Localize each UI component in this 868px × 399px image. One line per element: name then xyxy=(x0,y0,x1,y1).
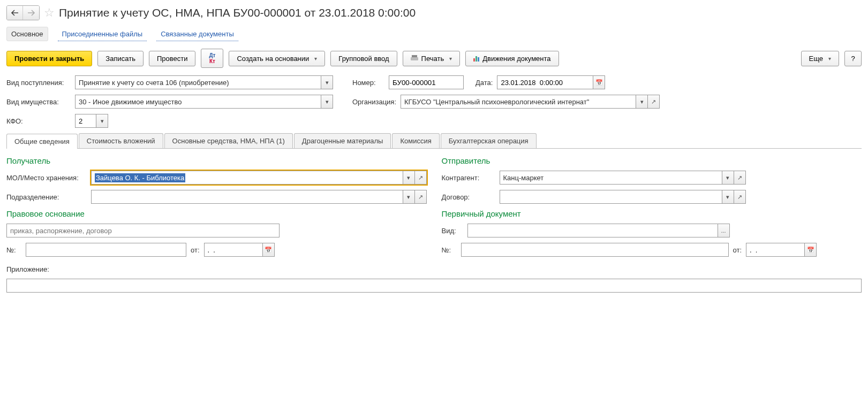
org-open-icon[interactable]: ↗ xyxy=(648,95,660,109)
kfo-field[interactable] xyxy=(75,114,96,128)
doc-kind-label: Вид: xyxy=(442,227,463,235)
tab-assets[interactable]: Основные средства, НМА, НПА (1) xyxy=(164,133,293,148)
receipt-type-dropdown-icon[interactable]: ▾ xyxy=(321,75,333,89)
legal-no-label: №: xyxy=(6,246,21,254)
asset-type-field[interactable]: 30 - Иное движимое имущество xyxy=(75,95,321,109)
counterparty-field[interactable]: Канц-маркет xyxy=(500,171,722,185)
tab-cost[interactable]: Стоимость вложений xyxy=(79,133,163,148)
number-field[interactable] xyxy=(389,75,464,89)
doc-no-label: №: xyxy=(442,246,457,254)
dt-kt-button[interactable]: ДтКт xyxy=(201,49,223,68)
section-tab-main[interactable]: Основное xyxy=(6,27,48,41)
org-field[interactable]: КГБУСО "Центральный психоневрологический… xyxy=(401,95,636,109)
post-button[interactable]: Провести xyxy=(149,51,196,66)
printer-icon xyxy=(411,55,418,62)
tab-accounting[interactable]: Бухгалтерская операция xyxy=(441,133,537,148)
star-icon[interactable]: ☆ xyxy=(44,6,55,20)
help-button[interactable]: ? xyxy=(844,51,862,66)
dt-kt-icon: ДтКт xyxy=(209,52,215,64)
create-based-button[interactable]: Создать на основании xyxy=(229,51,325,66)
contract-open-icon[interactable]: ↗ xyxy=(734,190,746,204)
org-label: Организация: xyxy=(352,98,396,106)
nav-back-button[interactable] xyxy=(7,6,23,20)
counterparty-label: Контрагент: xyxy=(442,174,495,182)
kfo-label: КФО: xyxy=(6,117,71,125)
page-title: Принятие к учету ОС, НМА, НПА БУ00-00000… xyxy=(59,6,416,19)
contract-label: Договор: xyxy=(442,193,495,201)
mol-field[interactable]: Зайцева О. К. - Библиотека xyxy=(91,171,403,185)
doc-from-field[interactable] xyxy=(746,243,805,257)
contract-dropdown-icon[interactable]: ▾ xyxy=(722,190,734,204)
more-button[interactable]: Еще xyxy=(801,51,839,66)
doc-from-calendar-icon[interactable]: 📅 xyxy=(805,243,817,257)
counterparty-dropdown-icon[interactable]: ▾ xyxy=(722,171,734,185)
counterparty-open-icon[interactable]: ↗ xyxy=(734,171,746,185)
mol-open-icon[interactable]: ↗ xyxy=(415,171,427,185)
sender-title: Отправитель xyxy=(442,156,862,165)
kfo-dropdown-icon[interactable]: ▾ xyxy=(96,114,108,128)
group-input-button[interactable]: Групповой ввод xyxy=(330,51,397,66)
attachment-label: Приложение: xyxy=(6,265,49,273)
legal-no-field[interactable] xyxy=(26,243,186,257)
legal-basis-field[interactable] xyxy=(6,224,280,237)
attachment-field[interactable] xyxy=(6,279,862,293)
doc-from-label: от: xyxy=(733,246,742,254)
chart-icon xyxy=(473,55,479,62)
dept-field[interactable] xyxy=(91,190,403,204)
mol-label: МОЛ/Место хранения: xyxy=(6,174,87,182)
legal-from-field[interactable] xyxy=(204,243,263,257)
legal-from-label: от: xyxy=(191,246,200,254)
legal-title: Правовое основание xyxy=(6,209,427,218)
movements-button[interactable]: Движения документа xyxy=(465,51,558,66)
tab-commission[interactable]: Комиссия xyxy=(392,133,439,148)
primary-doc-title: Первичный документ xyxy=(442,209,862,218)
section-tab-related[interactable]: Связанные документы xyxy=(156,27,238,41)
legal-from-calendar-icon[interactable]: 📅 xyxy=(263,243,275,257)
org-dropdown-icon[interactable]: ▾ xyxy=(636,95,648,109)
asset-type-label: Вид имущества: xyxy=(6,98,71,106)
mol-dropdown-icon[interactable]: ▾ xyxy=(403,171,415,185)
doc-no-field[interactable] xyxy=(461,243,729,257)
contract-field[interactable] xyxy=(500,190,722,204)
tab-general[interactable]: Общие сведения xyxy=(6,134,78,149)
receipt-type-field[interactable]: Принятие к учету со счета 106 (приобрете… xyxy=(75,75,321,89)
post-and-close-button[interactable]: Провести и закрыть xyxy=(6,51,92,66)
save-button[interactable]: Записать xyxy=(97,51,144,66)
receipt-type-label: Вид поступления: xyxy=(6,79,71,87)
dept-dropdown-icon[interactable]: ▾ xyxy=(403,190,415,204)
section-tab-files[interactable]: Присоединенные файлы xyxy=(58,27,147,41)
tab-precious[interactable]: Драгоценные материалы xyxy=(294,133,391,148)
nav-forward-button[interactable] xyxy=(23,6,39,20)
print-button[interactable]: Печать xyxy=(403,51,461,66)
doc-kind-select-icon[interactable]: ... xyxy=(718,224,730,237)
date-calendar-icon[interactable]: 📅 xyxy=(593,75,605,89)
recipient-title: Получатель xyxy=(6,156,427,165)
asset-type-dropdown-icon[interactable]: ▾ xyxy=(321,95,333,109)
number-label: Номер: xyxy=(352,79,384,87)
date-label: Дата: xyxy=(475,79,493,87)
doc-kind-field[interactable] xyxy=(467,224,718,237)
date-field[interactable] xyxy=(497,75,593,89)
dept-label: Подразделение: xyxy=(6,193,87,201)
dept-open-icon[interactable]: ↗ xyxy=(415,190,427,204)
